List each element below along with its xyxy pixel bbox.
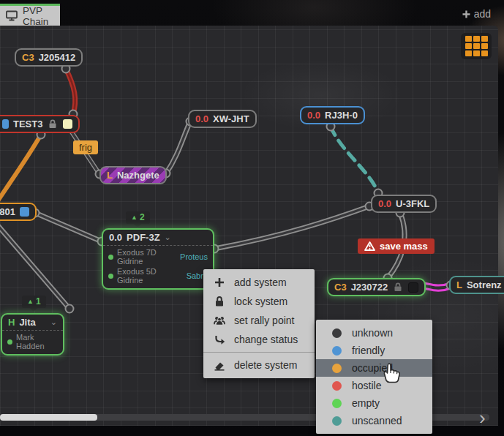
curved-arrow-icon bbox=[214, 334, 225, 345]
status-dot-friendly-icon bbox=[332, 346, 342, 356]
status-item-occupied[interactable]: occupied bbox=[316, 359, 432, 377]
status-item-unknown[interactable]: unknown bbox=[316, 324, 432, 342]
pilot-name: Mark Hadden bbox=[16, 333, 58, 350]
system-class: L bbox=[107, 170, 113, 181]
status-item-unscanned[interactable]: unscanned bbox=[316, 412, 432, 429]
pilot-name: Exodus 5D Gidrine bbox=[117, 267, 183, 285]
system-node-rj3h0[interactable]: 0.0 RJ3H-0 bbox=[300, 106, 365, 124]
app-window: PVP Chain add bbox=[0, 0, 504, 436]
system-node-j205412[interactable]: C3 J205412 bbox=[15, 48, 83, 67]
online-dot-icon bbox=[108, 274, 113, 279]
status-square-blue bbox=[2, 119, 9, 129]
pilot-row: Mark Hadden bbox=[7, 332, 58, 351]
menu-item-change-status[interactable]: change status bbox=[203, 330, 315, 349]
status-submenu: unknown friendly occupied hostile empty … bbox=[316, 320, 432, 434]
hand-cursor-icon bbox=[380, 359, 402, 384]
system-node-u3fkl[interactable]: 0.0 U-3FKL bbox=[371, 195, 437, 213]
pilot-row: Exodus 5D Gidrine Sabre bbox=[108, 266, 208, 285]
status-item-empty[interactable]: empty bbox=[316, 394, 432, 412]
horizontal-scrollbar-thumb[interactable] bbox=[0, 414, 97, 421]
arrow-up-icon: ▲ bbox=[27, 298, 34, 305]
connection-pdf3z-u3fkl bbox=[214, 206, 369, 249]
status-square-blue bbox=[20, 207, 29, 217]
connection-test3-offscreen bbox=[0, 135, 41, 202]
save-mass-badge: save mass bbox=[358, 238, 435, 254]
system-node-j230722[interactable]: C3 J230722 bbox=[327, 278, 426, 296]
grid-view-toggle-icon[interactable] bbox=[461, 33, 492, 59]
system-name: Nazhgete bbox=[117, 170, 159, 181]
chevron-right-icon[interactable]: › bbox=[479, 407, 486, 429]
system-security: 0.0 bbox=[109, 232, 122, 243]
tab-pvp-chain[interactable]: PVP Chain bbox=[0, 4, 60, 26]
system-class: C3 bbox=[22, 52, 34, 63]
pilot-count-badge: ▲ 2 bbox=[126, 211, 150, 224]
chevron-down-icon[interactable]: ⌄ bbox=[165, 233, 171, 242]
system-name: U-3FKL bbox=[396, 198, 429, 209]
status-dot-hostile-icon bbox=[332, 381, 342, 391]
status-dot-occupied-icon bbox=[332, 364, 342, 373]
menu-separator bbox=[203, 352, 315, 353]
monitor-icon bbox=[6, 10, 18, 21]
system-name: XW-JHT bbox=[213, 113, 249, 124]
system-security: 0.0 bbox=[195, 113, 208, 124]
system-node-801[interactable]: 801 bbox=[0, 203, 37, 221]
eraser-icon bbox=[214, 359, 225, 371]
online-dot-icon bbox=[7, 339, 12, 345]
system-name: PDF-3Z bbox=[127, 232, 160, 243]
arrow-up-icon: ▲ bbox=[131, 214, 138, 221]
system-node-jita[interactable]: H Jita ⌄ Mark Hadden bbox=[1, 313, 64, 356]
menu-item-lock-system[interactable]: lock system bbox=[203, 292, 315, 311]
status-item-hostile[interactable]: hostile bbox=[316, 377, 432, 394]
system-node-nazhgete[interactable]: L Nazhgete bbox=[99, 166, 167, 184]
system-name: 801 bbox=[0, 206, 15, 217]
system-class: L bbox=[456, 279, 462, 290]
system-class: C3 bbox=[334, 282, 347, 293]
system-name: J205412 bbox=[39, 52, 76, 63]
system-name: RJ3H-0 bbox=[325, 110, 358, 121]
system-name: Sotrenz bbox=[467, 279, 502, 290]
lock-icon bbox=[214, 296, 225, 307]
connection-size-label-frig[interactable]: frig bbox=[73, 140, 98, 154]
system-node-pdf3z-selected[interactable]: 0.0 PDF-3Z ⌄ Exodus 7D Gidrine Proteus E… bbox=[102, 228, 214, 290]
context-menu: add system lock system set rally point bbox=[203, 269, 315, 378]
pilot-row: Exodus 7D Gidrine Proteus bbox=[108, 247, 208, 266]
chevron-down-icon[interactable]: ⌄ bbox=[50, 317, 57, 327]
system-name: TEST3 bbox=[13, 119, 42, 129]
plus-icon bbox=[462, 10, 470, 18]
map-edge-space bbox=[498, 26, 504, 426]
menu-item-delete-system[interactable]: delete system bbox=[203, 356, 315, 375]
system-node-sotrenz[interactable]: L Sotrenz bbox=[449, 276, 504, 294]
connection-rj3h0-u3fkl-dashed bbox=[331, 127, 378, 193]
tab-label: PVP Chain bbox=[23, 5, 54, 27]
status-item-friendly[interactable]: friendly bbox=[316, 342, 432, 359]
pilot-list: Exodus 7D Gidrine Proteus Exodus 5D Gidr… bbox=[103, 245, 213, 288]
pilot-list: Mark Hadden bbox=[2, 330, 63, 354]
warning-icon bbox=[364, 241, 375, 251]
add-map-button[interactable]: add bbox=[462, 8, 491, 20]
status-dot-unscanned-icon bbox=[332, 416, 342, 426]
system-node-test3[interactable]: TEST3 bbox=[0, 115, 80, 133]
system-node-xwjht[interactable]: 0.0 XW-JHT bbox=[188, 110, 257, 128]
online-dot-icon bbox=[108, 255, 113, 260]
lock-icon bbox=[47, 119, 59, 129]
menu-item-add-system[interactable]: add system bbox=[203, 273, 315, 292]
pilot-count-badge: ▲ 1 bbox=[22, 296, 46, 308]
ship-name: Proteus bbox=[180, 252, 208, 261]
users-icon bbox=[214, 315, 225, 326]
system-security: 0.0 bbox=[378, 198, 391, 209]
pilot-name: Exodus 7D Gidrine bbox=[117, 248, 176, 266]
system-name: J230722 bbox=[351, 282, 388, 293]
status-square-yellow bbox=[63, 119, 72, 129]
status-square-dark bbox=[408, 282, 418, 293]
add-label: add bbox=[474, 8, 491, 20]
plus-icon bbox=[214, 277, 225, 288]
system-security: 0.0 bbox=[307, 110, 320, 121]
system-class: H bbox=[8, 317, 15, 328]
status-dot-unknown-icon bbox=[332, 328, 342, 338]
status-dot-empty-icon bbox=[332, 399, 342, 408]
system-name: Jita bbox=[19, 317, 35, 328]
menu-item-set-rally-point[interactable]: set rally point bbox=[203, 311, 315, 330]
lock-icon bbox=[392, 282, 404, 292]
